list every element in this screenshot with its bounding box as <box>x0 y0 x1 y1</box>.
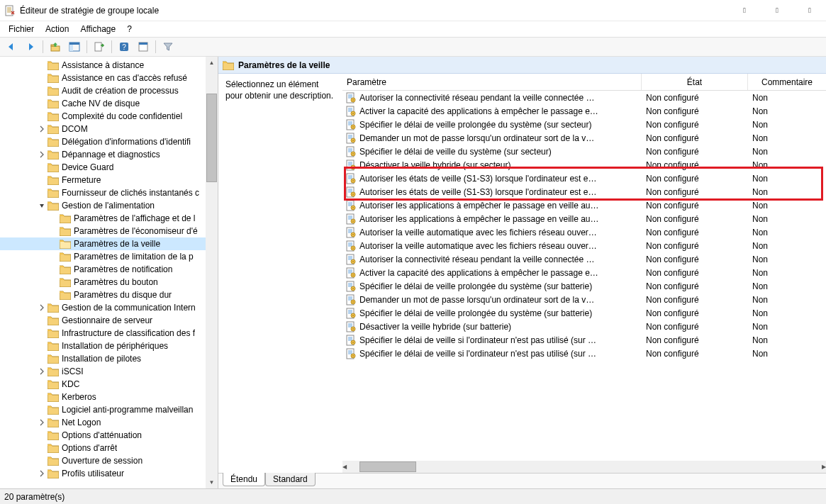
tree-item[interactable]: Assistance à distance <box>0 59 218 72</box>
tree-item-label: Options d'atténuation <box>62 430 142 440</box>
menu-help[interactable]: ? <box>121 23 138 35</box>
tree-item[interactable]: Cache NV de disque <box>0 97 218 110</box>
close-button[interactable]:  <box>793 0 826 21</box>
tree-item[interactable]: Assistance en cas d'accès refusé <box>0 72 218 84</box>
sidebar-scrollbar[interactable]: ▲ ▼ <box>206 57 218 488</box>
tree-item[interactable]: Ouverture de session <box>0 454 218 467</box>
menu-file[interactable]: Fichier <box>3 23 40 35</box>
expand-collapse-icon[interactable] <box>36 123 48 135</box>
horizontal-scrollbar[interactable]: ◀ ▶ <box>342 461 826 473</box>
policy-row[interactable]: Autoriser la veille automatique avec les… <box>342 239 826 252</box>
tree-item[interactable]: Paramètres de notification <box>0 263 218 276</box>
svg-point-25 <box>352 153 354 155</box>
back-button[interactable] <box>3 39 20 55</box>
menu-action[interactable]: Action <box>40 23 74 35</box>
tree-item[interactable]: Gestion de l'alimentation <box>0 199 218 212</box>
policy-name: Spécifier le délai de veille si l'ordina… <box>359 349 596 359</box>
policy-row[interactable]: Autoriser les applications à empêcher le… <box>342 198 826 212</box>
expand-collapse-icon[interactable] <box>36 149 48 160</box>
tree-item[interactable]: Paramètres du disque dur <box>0 289 218 301</box>
export-button[interactable] <box>91 39 108 55</box>
policy-row[interactable]: Autoriser les états de veille (S1-S3) lo… <box>342 172 826 185</box>
tree-item[interactable]: Audit de création de processus <box>0 84 218 97</box>
tree-item[interactable]: iSCSI <box>0 365 218 378</box>
policy-row[interactable]: Spécifier le délai de veille si l'ordina… <box>342 347 826 360</box>
column-header-comment[interactable]: Commentaire <box>748 74 826 90</box>
tree-item[interactable]: Installation de pilotes <box>0 352 218 365</box>
tree-item[interactable]: DCOM <box>0 123 218 135</box>
svg-rect-6 <box>95 43 101 51</box>
minimize-button[interactable]:  <box>728 0 761 21</box>
policy-row[interactable]: Spécifier le délai de veille prolongée d… <box>342 306 826 320</box>
tree-item[interactable]: Options d'arrêt <box>0 442 218 454</box>
tree-item[interactable]: KDC <box>0 378 218 391</box>
svg-point-19 <box>352 126 354 128</box>
h-scroll-thumb[interactable] <box>359 461 416 472</box>
expand-collapse-icon[interactable] <box>36 417 48 428</box>
tree-item[interactable]: Logiciel anti-programme malveillan <box>0 403 218 416</box>
policy-row[interactable]: Autoriser les états de veille (S1-S3) lo… <box>342 185 826 198</box>
tree-item[interactable]: Gestionnaire de serveur <box>0 314 218 327</box>
expand-collapse-icon <box>36 136 48 147</box>
policy-row[interactable]: Demander un mot de passe lorsqu'un ordin… <box>342 131 826 145</box>
scroll-right-button[interactable]: ▶ <box>822 461 826 473</box>
policy-row[interactable]: Désactiver la veille hybride (sur secteu… <box>342 158 826 172</box>
expand-collapse-icon[interactable] <box>36 302 48 313</box>
maximize-button[interactable]:  <box>761 0 793 21</box>
policy-state: Non configuré <box>642 201 748 211</box>
help-button[interactable]: ? <box>116 39 133 55</box>
menu-view[interactable]: Affichage <box>74 23 121 35</box>
tree-item[interactable]: Installation de périphériques <box>0 340 218 352</box>
policy-row[interactable]: Autoriser la connectivité réseau pendant… <box>342 91 826 104</box>
policy-row[interactable]: Spécifier le délai de veille prolongée d… <box>342 118 826 131</box>
tree-item[interactable]: Paramètres du bouton <box>0 276 218 289</box>
column-header-state[interactable]: État <box>642 74 748 90</box>
tree-item[interactable]: Infrastructure de classification des f <box>0 327 218 340</box>
policy-row[interactable]: Autoriser la connectivité réseau pendant… <box>342 252 826 266</box>
tree-item[interactable]: Kerberos <box>0 391 218 403</box>
expand-collapse-icon[interactable] <box>36 366 48 377</box>
navigation-tree[interactable]: Assistance à distance Assistance en cas … <box>0 57 218 488</box>
tree-item-label: Complexité du code confidentiel <box>62 111 182 121</box>
tree-item[interactable]: Paramètres de l'affichage et de l <box>0 212 218 225</box>
policy-comment: Non <box>748 241 826 251</box>
expand-collapse-icon[interactable] <box>36 200 48 211</box>
scroll-up-button[interactable]: ▲ <box>206 57 218 69</box>
show-hide-tree-button[interactable] <box>66 39 83 55</box>
tab-standard[interactable]: Standard <box>265 473 316 486</box>
tree-item[interactable]: Paramètres de limitation de la p <box>0 250 218 263</box>
policy-row[interactable]: Désactiver la veille hybride (sur batter… <box>342 320 826 333</box>
tab-extended[interactable]: Étendu <box>223 473 265 486</box>
tree-item[interactable]: Net Logon <box>0 416 218 429</box>
tree-item[interactable]: Paramètres de la veille <box>0 237 218 250</box>
policy-row[interactable]: Spécifier le délai de veille si l'ordina… <box>342 333 826 347</box>
tree-item-label: iSCSI <box>62 366 84 376</box>
tree-item[interactable]: Fournisseur de clichés instantanés c <box>0 186 218 199</box>
tree-item[interactable]: Profils utilisateur <box>0 467 218 480</box>
policy-row[interactable]: Spécifier le délai de veille prolongée d… <box>342 279 826 293</box>
tree-item[interactable]: Device Guard <box>0 161 218 174</box>
up-button[interactable] <box>47 39 64 55</box>
properties-button[interactable] <box>135 39 152 55</box>
policy-comment: Non <box>748 228 826 237</box>
policy-row[interactable]: Autoriser les applications à empêcher le… <box>342 212 826 225</box>
forward-button[interactable] <box>22 39 39 55</box>
scroll-down-button[interactable]: ▼ <box>206 476 218 488</box>
filter-button[interactable] <box>160 39 177 55</box>
tree-item[interactable]: Complexité du code confidentiel <box>0 110 218 123</box>
policy-row[interactable]: Activer la capacité des applications à e… <box>342 104 826 118</box>
expand-collapse-icon[interactable] <box>36 468 48 479</box>
policy-name: Spécifier le délai de veille prolongée d… <box>359 308 592 318</box>
tree-item[interactable]: Dépannage et diagnostics <box>0 148 218 161</box>
tree-item[interactable]: Fermeture <box>0 174 218 186</box>
policy-row[interactable]: Spécifier le délai de veille du système … <box>342 145 826 158</box>
tree-item[interactable]: Paramètres de l'économiseur d'é <box>0 225 218 237</box>
tree-item[interactable]: Gestion de la communication Intern <box>0 301 218 314</box>
tree-item[interactable]: Délégation d'informations d'identifi <box>0 135 218 148</box>
column-header-param[interactable]: Paramètre <box>342 74 642 90</box>
tree-item[interactable]: Options d'atténuation <box>0 429 218 442</box>
policy-row[interactable]: Autoriser la veille automatique avec les… <box>342 225 826 239</box>
policy-row[interactable]: Activer la capacité des applications à e… <box>342 266 826 279</box>
policy-row[interactable]: Demander un mot de passe lorsqu'un ordin… <box>342 293 826 306</box>
scroll-thumb[interactable] <box>206 94 217 182</box>
